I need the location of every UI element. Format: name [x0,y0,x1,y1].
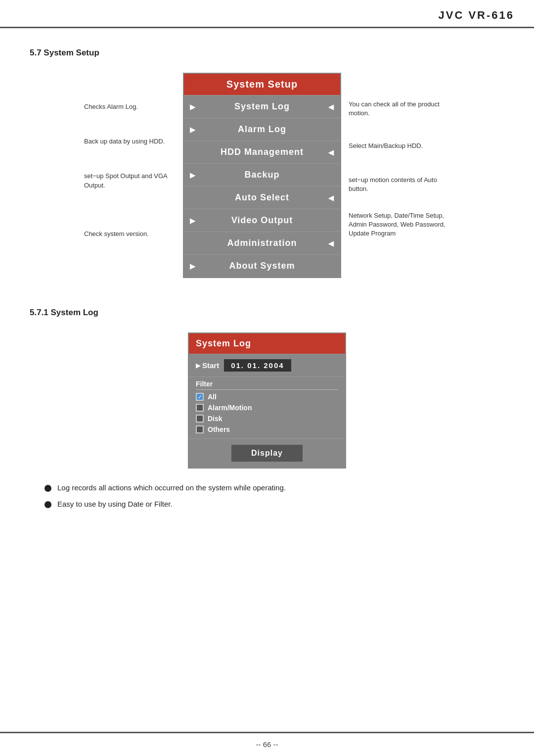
left-ann-backup: Back up data by using HDD. [84,137,178,146]
checkbox-disk-label: Disk [208,415,222,423]
menu-item-system-log[interactable]: System Log [184,95,340,118]
section-571-title: 5.7.1 System Log [30,308,504,318]
menu-header: System Setup [184,74,340,95]
syslog-date[interactable]: 01. 01. 2004 [224,359,291,372]
syslog-checkbox-others[interactable]: Others [196,425,338,433]
menu-item-auto-select[interactable]: Auto Select [184,186,340,209]
menu-item-alarm-log[interactable]: Alarm Log [184,118,340,141]
section-57-title: 5.7 System Setup [30,48,504,58]
product-title: JVC VR-616 [438,9,514,22]
right-ann-hdd: Select Main/Backup HDD. [349,142,450,150]
right-ann-system-log: You can check all of the product motion. [349,100,450,118]
checkbox-alarm-motion[interactable] [196,404,204,412]
checkbox-others-label: Others [208,425,230,433]
syslog-start-label: Start [196,361,219,370]
right-ann-auto-select: set−up motion contents of Auto button. [349,176,450,193]
bullet-text-1: Log records all actions which occurred o… [57,483,286,492]
menu-item-administration[interactable]: Administration [184,232,340,254]
menu-item-about-system[interactable]: About System [184,254,340,277]
left-annotations: Checks Alarm Log. Back up data by using … [84,73,183,264]
checkbox-others[interactable] [196,425,204,433]
page-footer: -- 66 -- [0,732,534,756]
menu-item-backup[interactable]: Backup [184,163,340,186]
left-ann-video-output: set−up Spot Output and VGA Output. [84,172,178,189]
system-setup-menu: System Setup System Log Alarm Log HDD Ma… [183,73,341,278]
syslog-diagram: System Log Start 01. 01. 2004 Filter All… [30,332,504,469]
menu-item-video-output[interactable]: Video Output [184,209,340,232]
syslog-checkbox-alarm-motion[interactable]: Alarm/Motion [196,404,338,412]
bullet-dot-1 [44,485,51,492]
menu-item-hdd-management[interactable]: HDD Management [184,141,340,163]
main-content: 5.7 System Setup Checks Alarm Log. Back … [0,28,534,556]
syslog-filter-section: Filter All Alarm/Motion Disk [189,377,345,438]
syslog-filter-label: Filter [196,380,338,390]
syslog-header: System Log [189,333,345,354]
right-annotations: You can check all of the product motion.… [341,73,450,238]
bullet-text-2: Easy to use by using Date or Filter. [57,500,173,508]
checkbox-all[interactable] [196,393,204,401]
page-header: JVC VR-616 [0,0,534,28]
checkbox-alarm-motion-label: Alarm/Motion [208,404,252,412]
section-571: 5.7.1 System Log System Log Start 01. 01… [30,308,504,508]
display-button[interactable]: Display [231,445,303,462]
bullet-item-1: Log records all actions which occurred o… [44,483,504,492]
left-ann-alarm-log: Checks Alarm Log. [84,102,178,111]
system-setup-diagram: Checks Alarm Log. Back up data by using … [30,73,504,278]
right-ann-administration: Network Setup, Date/Time Setup, Admin Pa… [349,211,450,238]
checkbox-all-label: All [208,393,217,401]
syslog-checkbox-all[interactable]: All [196,393,338,401]
bullet-list: Log records all actions which occurred o… [44,483,504,508]
left-ann-about-system: Check system version. [84,230,178,238]
syslog-checkbox-disk[interactable]: Disk [196,415,338,423]
page-number: -- 66 -- [256,740,278,749]
bullet-item-2: Easy to use by using Date or Filter. [44,500,504,508]
checkbox-disk[interactable] [196,415,204,423]
syslog-display-row: Display [189,438,345,468]
bullet-dot-2 [44,501,51,508]
section-57: 5.7 System Setup Checks Alarm Log. Back … [30,48,504,278]
syslog-box: System Log Start 01. 01. 2004 Filter All… [188,332,346,469]
syslog-start-row: Start 01. 01. 2004 [189,354,345,377]
